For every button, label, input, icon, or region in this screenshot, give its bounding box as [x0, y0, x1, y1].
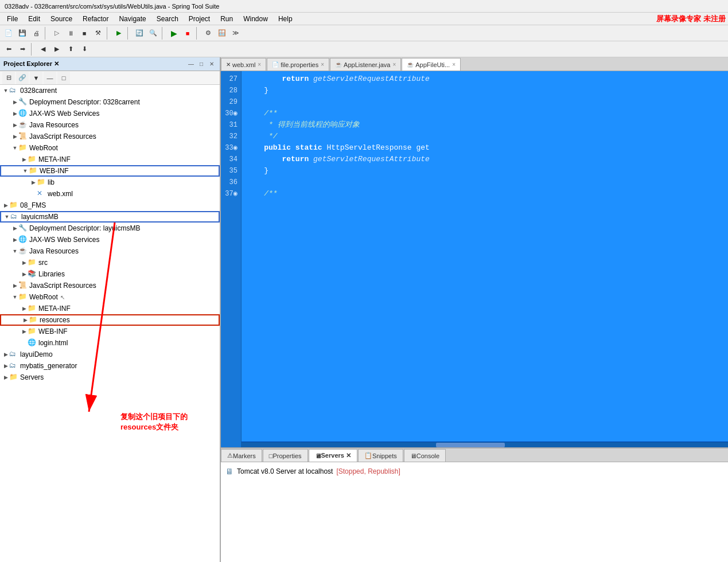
server-entry[interactable]: 🖥 Tomcat v8.0 Server at localhost [Stopp…	[225, 467, 723, 476]
expand-arrow[interactable]: ▶	[22, 317, 29, 323]
expand-arrow[interactable]: ▼	[22, 168, 29, 174]
tree-src-layuicmsmb[interactable]: ▶ 📁 src	[0, 257, 220, 268]
tree-metainf-layuicmsmb[interactable]: ▶ 📁 META-INF	[0, 303, 220, 314]
new-button[interactable]: 📄	[2, 27, 15, 40]
menu-window[interactable]: Window	[239, 14, 272, 24]
tree-libraries-layuicmsmb[interactable]: ▶ 📚 Libraries	[0, 268, 220, 280]
suspend-button[interactable]: ⏸	[64, 27, 77, 40]
perspective-button[interactable]: 🪟	[216, 27, 228, 40]
close-btn[interactable]: ✕	[207, 60, 216, 69]
expand-arrow[interactable]: ▶	[21, 329, 28, 334]
expand-arrow[interactable]: ▼	[11, 145, 18, 151]
tree-project-08fms[interactable]: ▶ 📁 08_FMS	[0, 200, 220, 211]
stop-button[interactable]: ■	[78, 27, 91, 40]
expand-arrow[interactable]: ▶	[2, 202, 9, 208]
tree-project-mybatisgenerator[interactable]: ▶ 🗂 mybatis_generator	[0, 360, 220, 372]
explorer-min-btn[interactable]: —	[44, 72, 56, 84]
expand-arrow[interactable]: ▼	[11, 294, 18, 300]
more-button[interactable]: ≫	[229, 27, 242, 40]
tab-servers[interactable]: 🖥 Servers ✕	[309, 449, 357, 462]
tab-appfileuti-close[interactable]: ×	[452, 61, 456, 68]
explorer-settings-btn[interactable]: ▼	[30, 72, 42, 84]
tab-properties[interactable]: □ Properties	[263, 449, 308, 462]
expand-arrow[interactable]: ▼	[2, 88, 9, 93]
tree-jsresources-layuicmsmb[interactable]: ▶ 📜 JavaScript Resources	[0, 280, 220, 291]
collapse-all-btn[interactable]: ⊟	[2, 72, 15, 84]
tab-appfileuti[interactable]: ☕ AppFileUti... ×	[402, 58, 461, 71]
tab-fileprops-close[interactable]: ×	[321, 61, 324, 68]
menu-refactor[interactable]: Refactor	[78, 14, 113, 24]
tree-project-layuicmsmb[interactable]: ▼ 🗂 layuicmsMB	[0, 211, 220, 223]
tab-applistener[interactable]: ☕ AppListener.java ×	[330, 58, 401, 71]
run2-button[interactable]: ▶	[168, 27, 180, 40]
expand-arrow[interactable]: ▶	[21, 157, 28, 162]
expand-arrow[interactable]: ▶	[2, 374, 9, 380]
tree-deployment-layuicmsmb[interactable]: ▶ 🔧 Deployment Descriptor: layuicmsMB	[0, 223, 220, 234]
expand-arrow[interactable]: ▼	[11, 248, 18, 254]
tree-javaresources-layuicmsmb[interactable]: ▼ ☕ Java Resources	[0, 245, 220, 257]
tree-jaxws-layuicmsmb[interactable]: ▶ 🌐 JAX-WS Web Services	[0, 234, 220, 245]
tree-jaxws-0328[interactable]: ▶ 🌐 JAX-WS Web Services	[0, 108, 220, 119]
menu-file[interactable]: File	[2, 14, 22, 24]
menu-project[interactable]: Project	[184, 14, 215, 24]
expand-arrow[interactable]: ▶	[11, 99, 18, 105]
back-button[interactable]: ⬅	[2, 43, 15, 56]
tree-deployment-0328[interactable]: ▶ 🔧 Deployment Descriptor: 0328carrent	[0, 96, 220, 108]
search-btn[interactable]: 🔍	[147, 27, 159, 40]
nav-up[interactable]: ⬆	[64, 43, 77, 56]
tab-console[interactable]: 🖥 Console	[404, 449, 446, 462]
tab-webxml[interactable]: ✕ web.xml ×	[221, 58, 266, 71]
forward-button[interactable]: ➡	[16, 43, 29, 56]
explorer-tree[interactable]: ▼ 🗂 0328carrent ▶ 🔧 Deployment Descripto…	[0, 85, 220, 562]
menu-source[interactable]: Source	[46, 14, 77, 24]
expand-arrow[interactable]: ▶	[11, 237, 18, 243]
tree-webxml-0328[interactable]: ✕ web.xml	[0, 188, 220, 200]
save-button[interactable]: 💾	[16, 27, 29, 40]
tree-jsresources-0328[interactable]: ▶ 📜 JavaScript Resources	[0, 131, 220, 142]
menu-navigate[interactable]: Navigate	[114, 14, 150, 24]
minimize-btn[interactable]: —	[186, 60, 196, 69]
menu-edit[interactable]: Edit	[24, 14, 45, 24]
editor-hscrollbar[interactable]	[242, 442, 728, 447]
menu-help[interactable]: Help	[274, 14, 297, 24]
tree-servers[interactable]: ▶ 📁 Servers	[0, 372, 220, 383]
tree-webroot-layuicmsmb[interactable]: ▼ 📁 WebRoot ↖	[0, 291, 220, 303]
nav-fwd[interactable]: ▶	[50, 43, 63, 56]
expand-arrow[interactable]: ▶	[21, 271, 28, 277]
hscrollbar-thumb[interactable]	[436, 443, 505, 447]
build-button[interactable]: ⚒	[92, 27, 104, 40]
tab-markers[interactable]: ⚠ Markers	[221, 449, 262, 462]
settings-button[interactable]: ⚙	[202, 27, 215, 40]
tree-project-layuidemo[interactable]: ▶ 🗂 layuiDemo	[0, 349, 220, 360]
code-editor[interactable]: 27 28 29 30◉ 31 32 33◉ 34 35 36 37◉ retu…	[221, 71, 728, 447]
maximize-btn[interactable]: □	[197, 60, 206, 69]
debug-button[interactable]: ▷	[50, 27, 63, 40]
expand-arrow[interactable]: ▶	[11, 122, 18, 128]
expand-arrow[interactable]: ▶	[2, 352, 9, 357]
tree-metainf-0328[interactable]: ▶ 📁 META-INF	[0, 154, 220, 165]
expand-arrow[interactable]: ▶	[11, 283, 18, 288]
expand-arrow[interactable]: ▶	[11, 111, 18, 116]
tree-webinf-0328[interactable]: ▼ 📁 WEB-INF	[0, 165, 220, 177]
tree-javaresources-0328[interactable]: ▶ ☕ Java Resources	[0, 119, 220, 131]
tab-applistener-close[interactable]: ×	[392, 61, 396, 68]
expand-arrow[interactable]: ▶	[11, 134, 18, 139]
expand-arrow[interactable]: ▶	[21, 260, 28, 266]
tree-resources-layuicmsmb[interactable]: ▶ 📁 resources	[0, 314, 220, 326]
menu-search[interactable]: Search	[152, 14, 183, 24]
link-with-editor-btn[interactable]: 🔗	[16, 72, 29, 84]
expand-arrow[interactable]: ▶	[2, 363, 9, 369]
explorer-max-btn[interactable]: □	[57, 72, 70, 84]
print-button[interactable]: 🖨	[30, 27, 42, 40]
refresh-button[interactable]: 🔄	[133, 27, 146, 40]
expand-arrow[interactable]: ▶	[30, 179, 37, 185]
expand-arrow[interactable]: ▶	[21, 306, 28, 311]
tab-fileprops[interactable]: 📄 file.properties ×	[267, 58, 329, 71]
nav-dn[interactable]: ⬇	[78, 43, 91, 56]
tree-webinf-layuicmsmb[interactable]: ▶ 📁 WEB-INF	[0, 326, 220, 337]
tree-project-0328carrent[interactable]: ▼ 🗂 0328carrent	[0, 85, 220, 96]
red-btn[interactable]: ■	[181, 27, 194, 40]
tab-webxml-close[interactable]: ×	[258, 61, 261, 68]
tab-snippets[interactable]: 📋 Snippets	[358, 449, 403, 462]
expand-arrow[interactable]: ▼	[3, 214, 10, 220]
